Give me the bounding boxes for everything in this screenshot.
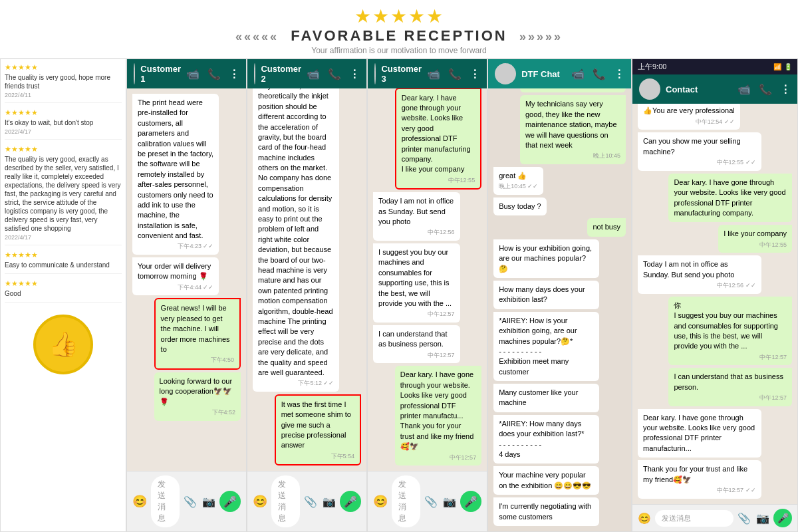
emoji-icon-2[interactable]: 😊 bbox=[253, 494, 267, 509]
chat-message: Dear kary. I have gone through your webs… bbox=[668, 174, 792, 223]
attach-icon-1[interactable]: 📎 bbox=[184, 495, 197, 508]
chat-panel-1: Customer 1 📹 📞 ⋮ The print head were pre… bbox=[126, 59, 247, 532]
emoji-icon-r[interactable]: 😊 bbox=[638, 512, 651, 525]
message-text: My technicians say very good, they like … bbox=[525, 99, 620, 150]
camera-icon-r[interactable]: 📷 bbox=[756, 512, 769, 525]
subtitle: Your affirmation is our motivation to mo… bbox=[0, 46, 798, 55]
contact-name-3: Customer 3 bbox=[381, 64, 422, 84]
chat-message: not busy bbox=[587, 218, 626, 236]
chat-message: How is your exhibition going, are our ma… bbox=[493, 239, 599, 278]
review-stars: ★★★★★ bbox=[5, 108, 122, 117]
more-icon-r[interactable]: ⋮ bbox=[780, 83, 791, 96]
chat-message: Your machine very popular on the exhibit… bbox=[493, 466, 599, 495]
chat-message: *AIIREY: How is your exhibition going, a… bbox=[493, 312, 599, 381]
message-time: 中午12:55 bbox=[724, 241, 787, 249]
emoji-icon-1[interactable]: 😊 bbox=[132, 494, 147, 509]
message-time: 下午4:23 ✓✓ bbox=[138, 242, 213, 251]
thumbs-up-badge: 👍 bbox=[33, 315, 93, 374]
chat-message: I suggest you buy our machines and consu… bbox=[373, 243, 460, 323]
chat-body-2: The four-head machine uses a different b… bbox=[247, 88, 366, 471]
right-message-input[interactable]: 发送消息 bbox=[655, 510, 733, 527]
video-icon-1[interactable]: 📹 bbox=[186, 68, 200, 80]
attach-icon-3[interactable]: 📎 bbox=[424, 495, 438, 508]
chat-message: Dear kary. I have gone through your webs… bbox=[395, 88, 481, 190]
message-time: 中午12:57 bbox=[378, 351, 454, 360]
review-item: ★★★★★ The quality is very good, hope mor… bbox=[5, 63, 122, 103]
review-date: 2022/4/17 bbox=[5, 234, 122, 241]
message-time: 中午12:54 ✓✓ bbox=[643, 118, 735, 126]
right-arrows: »»»»» bbox=[519, 30, 563, 43]
chat-message: Yes we know your machines very well you … bbox=[520, 88, 626, 92]
video-icon-r[interactable]: 📹 bbox=[737, 83, 751, 96]
attach-icon-r[interactable]: 📎 bbox=[737, 512, 751, 525]
camera-icon-2[interactable]: 📷 bbox=[323, 495, 336, 508]
chat-message: 你 I suggest you buy our machines and con… bbox=[668, 297, 792, 366]
camera-icon-3[interactable]: 📷 bbox=[443, 495, 456, 508]
review-text: The quality is very good, exactly as des… bbox=[5, 155, 122, 233]
call-icon-3[interactable]: 📞 bbox=[448, 68, 462, 80]
message-text: I can understand that as business person… bbox=[378, 329, 454, 350]
call-icon-2[interactable]: 📞 bbox=[328, 68, 341, 80]
message-time: 下午5:54 bbox=[281, 452, 354, 461]
message-input-1[interactable]: 发送消息 bbox=[151, 475, 180, 527]
send-button-2[interactable]: 🎤 bbox=[340, 491, 361, 512]
message-text: Looking forward to our long cooperation🦅… bbox=[160, 376, 235, 407]
chat-header-4: DTF Chat 📹 📞 ⋮ bbox=[488, 59, 631, 88]
right-panel: 上午9:00 📶🔋 Contact 📹 📞 ⋮ luckyconsol said… bbox=[632, 59, 798, 532]
video-icon-3[interactable]: 📹 bbox=[427, 68, 440, 80]
call-icon-1[interactable]: 📞 bbox=[207, 68, 221, 80]
chat-message: 👍You are very professional中午12:54 ✓✓ bbox=[638, 104, 740, 130]
review-stars: ★★★★★ bbox=[5, 251, 122, 259]
message-text: *AIIREY: How is your exhibition going, a… bbox=[499, 316, 594, 377]
chat-header-1: Customer 1 📹 📞 ⋮ bbox=[127, 59, 246, 88]
message-time: 中午12:57 bbox=[400, 454, 476, 462]
chat-message: Dear kary. I have gone through your webs… bbox=[638, 409, 761, 458]
review-stars: ★★★★★ bbox=[5, 279, 122, 288]
message-time: 下午4:50 bbox=[161, 356, 234, 364]
video-icon-2[interactable]: 📹 bbox=[307, 68, 320, 80]
left-arrows: ««««« bbox=[235, 30, 279, 43]
more-icon-1[interactable]: ⋮ bbox=[229, 68, 239, 80]
header-icons-2: 📹 📞 ⋮ bbox=[307, 68, 360, 80]
message-text: Thank you for your trust and like my fri… bbox=[643, 464, 756, 485]
review-item: ★★★★★ The quality is very good, exactly … bbox=[5, 145, 122, 245]
star-rating: ★★★★★ bbox=[0, 5, 798, 27]
page-header: ★★★★★ ««««« FAVORABLE RECEPTION »»»»» Yo… bbox=[0, 0, 798, 59]
message-time: 下午4:52 bbox=[160, 408, 235, 417]
send-button-r[interactable]: 🎤 bbox=[773, 509, 792, 527]
send-button-3[interactable]: 🎤 bbox=[460, 491, 481, 512]
right-contact-name: Contact bbox=[666, 84, 698, 94]
message-text: Today I am not in office as Sunday. But … bbox=[643, 259, 756, 280]
attach-icon-2[interactable]: 📎 bbox=[304, 495, 317, 508]
chat-footer-1: 😊 发送消息 📎 📷 🎤 bbox=[127, 471, 246, 531]
review-text: It's okay to wait, but don't stop bbox=[5, 118, 122, 127]
call-icon-r[interactable]: 📞 bbox=[759, 83, 772, 96]
chat-message: Today I am not in office as Sunday. But … bbox=[638, 255, 761, 293]
review-item: ★★★★★ Easy to communicate & understand bbox=[5, 251, 122, 274]
right-chat-footer: 😊 发送消息 📎 📷 🎤 bbox=[632, 504, 797, 531]
chat-message: *AIIREY: How many days does your exhibit… bbox=[493, 415, 599, 464]
chat-message: The print head were pre-installed for cu… bbox=[132, 94, 219, 255]
send-button-1[interactable]: 🎤 bbox=[219, 491, 241, 512]
message-text: Can you show me your selling machine? bbox=[643, 136, 756, 157]
chat-message: Many customer like your machine bbox=[493, 384, 599, 412]
chat-message: Can you show me your selling machine?中午1… bbox=[638, 132, 761, 170]
message-text: Dear kary. I have gone through your webs… bbox=[643, 413, 756, 454]
contact-name-2: Customer 2 bbox=[261, 64, 301, 84]
message-time: 晚上10:45 bbox=[525, 152, 620, 160]
message-text: It was the first time I met someone shim… bbox=[281, 400, 354, 451]
more-icon-4[interactable]: ⋮ bbox=[614, 68, 624, 80]
emoji-icon-3[interactable]: 😊 bbox=[373, 494, 388, 509]
camera-icon-1[interactable]: 📷 bbox=[202, 495, 215, 508]
more-icon-3[interactable]: ⋮ bbox=[469, 68, 480, 80]
review-stars: ★★★★★ bbox=[5, 63, 122, 72]
message-text: Great news! I will be very pleased to ge… bbox=[161, 303, 234, 354]
message-input-3[interactable]: 发送消息 bbox=[392, 475, 420, 527]
call-icon-4[interactable]: 📞 bbox=[593, 68, 606, 80]
message-time: 晚上10:45 ✓✓ bbox=[499, 182, 538, 191]
message-input-2[interactable]: 发送消息 bbox=[271, 475, 300, 527]
video-icon-4[interactable]: 📹 bbox=[571, 68, 585, 80]
status-icons: 📶🔋 bbox=[773, 63, 792, 70]
message-time: 下午4:44 ✓✓ bbox=[138, 283, 213, 292]
more-icon-2[interactable]: ⋮ bbox=[349, 68, 360, 80]
